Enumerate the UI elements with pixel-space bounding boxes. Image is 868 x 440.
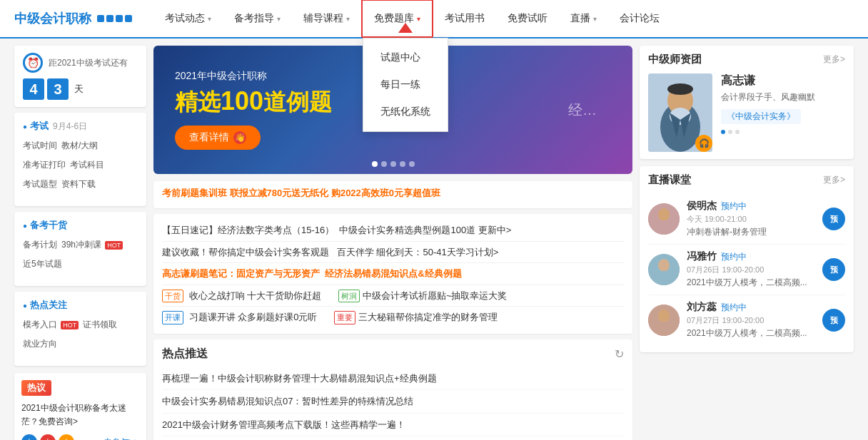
discussion-title: 热议: [21, 380, 139, 396]
hot-section-title: 热点关注: [30, 299, 67, 312]
banner-title-pre: 精选: [175, 89, 221, 115]
nav-item-7[interactable]: 会计论坛: [608, 0, 671, 38]
teacher-dot-1[interactable]: [721, 130, 725, 134]
live-btn-1[interactable]: 预: [822, 258, 845, 281]
svg-point-11: [658, 259, 670, 272]
avatar-3: 人: [59, 434, 74, 440]
teacher-tags: 会计界段子手、风趣幽默: [721, 91, 845, 103]
prep-link-0[interactable]: 备考计划: [23, 237, 57, 252]
dropdown-item-2[interactable]: 无纸化系统: [363, 98, 448, 126]
svg-point-14: [658, 309, 670, 322]
discussion-link[interactable]: 去参与>>: [104, 436, 139, 440]
teacher-more-link[interactable]: 更多>: [823, 53, 845, 66]
exam-link-2[interactable]: 准考证打印: [23, 158, 66, 173]
teacher-panel-header: 中级师资团 更多>: [648, 53, 845, 66]
teacher-card: 🎧 高志谦 会计界段子手、风趣幽默 《中级会计实务》: [648, 73, 845, 152]
hot-links: 模考入口 HOT 证书领取 就业方向: [23, 317, 138, 352]
dropdown-menu: 试题中心每日一练无纸化系统: [363, 38, 448, 132]
discussion-avatars: 人 人 人 去参与>>: [21, 434, 139, 440]
nav-label-0: 考试动态: [165, 12, 205, 25]
logo-icon: [97, 15, 132, 22]
hot-badge-2: HOT: [61, 321, 79, 329]
logo-text: 中级会计职称: [14, 10, 91, 27]
refresh-icon[interactable]: ↻: [615, 347, 624, 361]
hot-push-item-1[interactable]: 中级会计实务易错易混知识点07：暂时性差异的特殊情况总结: [162, 390, 624, 414]
banner-dot-4[interactable]: [400, 161, 405, 167]
exam-section-title: 考试: [30, 120, 49, 133]
exam-link-0[interactable]: 考试时间: [23, 138, 57, 153]
live-name-row-1: 冯雅竹 预约中: [687, 250, 815, 263]
nav-item-3[interactable]: 免费题库▾试题中心每日一练无纸化系统: [361, 0, 433, 38]
live-section-title: 直播课堂: [648, 173, 691, 187]
nav-label-1: 备考指导: [234, 12, 274, 25]
hot-push-item-0[interactable]: 再梳理一遍！中级会计职称财务管理十大易错易混知识点+经典例题: [162, 367, 624, 391]
nav-item-0[interactable]: 考试动态▾: [153, 0, 223, 38]
exam-link-4[interactable]: 考试题型: [23, 177, 57, 192]
nav-arrow-6: ▾: [593, 15, 597, 23]
logo[interactable]: 中级会计职称: [14, 10, 132, 27]
banner-dot-2[interactable]: [381, 161, 387, 167]
live-more-link[interactable]: 更多>: [823, 174, 845, 186]
live-btn-2[interactable]: 预: [822, 309, 845, 332]
tag-dry: 干货: [162, 290, 183, 303]
live-item-0: 侯明杰 预约中 今天 19:00-21:00 冲刺卷讲解-财务管理 预: [648, 194, 845, 245]
nav-item-6[interactable]: 直播▾: [559, 0, 608, 38]
hot-push-item-3[interactable]: 干货：真账实训系统操作指南！: [162, 436, 624, 440]
live-info-0: 侯明杰 预约中 今天 19:00-21:00 冲刺卷讲解-财务管理: [687, 200, 815, 238]
live-status-0: 预约中: [721, 200, 747, 213]
banner-dot-5[interactable]: [409, 161, 415, 167]
teacher-dot-2[interactable]: [728, 130, 732, 134]
clock-icon: ⏰: [23, 53, 43, 73]
live-avatar-svg-1: [648, 254, 680, 285]
hot-push-text-2: 2021中级会计财务管理高频考点下载版！这些再精学一遍！: [162, 419, 405, 430]
nav-label-4: 考试用书: [445, 12, 485, 25]
nav-item-4[interactable]: 考试用书: [433, 0, 496, 38]
svg-point-6: [667, 83, 693, 95]
prep-link-1[interactable]: 39h冲刺课 HOT: [61, 237, 123, 252]
news-item-4[interactable]: 开课 习题课开讲 众多刷题好课0元听 重要三大秘籍帮你搞定准学的财务管理: [162, 307, 624, 328]
exam-links: 考试时间 教材/大纲 准考证打印 考试科目 考试题型 资料下载: [23, 138, 138, 192]
exam-section: 考试 9月4-6日 考试时间 教材/大纲 准考证打印 考试科目 考试题型 资料下…: [14, 113, 146, 206]
prep-section-header: 备考干货: [23, 219, 138, 232]
svg-point-8: [658, 208, 670, 221]
discussion-box: 热议 2021中级会计职称备考太迷茫？免费咨询> 人 人 人 去参与>>: [14, 373, 146, 440]
nav-item-1[interactable]: 备考指导▾: [223, 0, 292, 38]
live-status-1: 预约中: [721, 251, 747, 263]
hot-link-2[interactable]: 就业方向: [23, 337, 57, 352]
news-item-0[interactable]: 【五日速记】经济法数字类考点（15-16） 中级会计实务精选典型例题100道 更…: [162, 220, 624, 242]
news-item-2[interactable]: 高志谦刷题笔记：固定资产与无形资产 经济法易错易混知识点&经典例题: [162, 263, 624, 285]
exam-link-3[interactable]: 考试科目: [70, 158, 104, 173]
nav-item-2[interactable]: 辅导课程▾: [292, 0, 361, 38]
live-item-1: 冯雅竹 预约中 07月26日 19:00-20:00 2021中级万人模考，二模…: [648, 245, 845, 295]
hot-link-0[interactable]: 模考入口 HOT: [23, 317, 79, 332]
dropdown-item-1[interactable]: 每日一练: [363, 71, 448, 98]
live-btn-0[interactable]: 预: [822, 208, 845, 230]
teacher-photo: 🎧: [648, 73, 712, 152]
dropdown-item-0[interactable]: 试题中心: [363, 44, 448, 71]
headphone-icon: 🎧: [695, 135, 712, 152]
nav-item-5[interactable]: 免费试听: [496, 0, 559, 38]
banner-dot-1[interactable]: [372, 161, 378, 167]
news-text-0: 【五日速记】经济法数字类考点（15-16） 中级会计实务精选典型例题100道 更…: [162, 225, 511, 235]
exam-link-5[interactable]: 资料下载: [61, 177, 96, 192]
news-list: 【五日速记】经济法数字类考点（15-16） 中级会计实务精选典型例题100道 更…: [153, 214, 632, 334]
live-time-0: 今天 19:00-21:00: [687, 214, 815, 225]
avatar-1: 人: [21, 434, 37, 440]
hot-push-item-2[interactable]: 2021中级会计财务管理高频考点下载版！这些再精学一遍！: [162, 414, 624, 437]
banner-dot-3[interactable]: [390, 161, 396, 167]
banner-cta-button[interactable]: 查看详情 👋: [175, 126, 261, 150]
live-time-1: 07月26日 19:00-20:00: [687, 265, 815, 275]
live-avatar-0: [648, 203, 680, 235]
news-item-1[interactable]: 建议收藏！帮你搞定中级会计实务客观题 百天伴学 细化到天：50-41天学习计划>: [162, 242, 624, 264]
live-item-2: 刘方蕊 预约中 07月27日 19:00-20:00 2021中级万人模考，二模…: [648, 295, 845, 345]
exam-link-1[interactable]: 教材/大纲: [61, 138, 98, 153]
teacher-dot-3[interactable]: [735, 130, 740, 134]
news-item-3[interactable]: 干货 收心之战打响 十大干货助你赶超 树洞中级会计考试祈愿贴~抽取幸运大奖: [162, 285, 624, 307]
news-text-1: 建议收藏！帮你搞定中级会计实务客观题 百天伴学 细化到天：50-41天学习计划>: [162, 247, 498, 257]
countdown-num2: 3: [47, 78, 69, 100]
teacher-nav-dots: [721, 130, 845, 134]
prep-link-2[interactable]: 近5年试题: [23, 257, 62, 272]
hot-section-header: 热点关注: [23, 299, 138, 312]
hot-link-1[interactable]: 证书领取: [83, 317, 117, 332]
countdown-header: ⏰ 距2021中级考试还有: [23, 53, 138, 73]
